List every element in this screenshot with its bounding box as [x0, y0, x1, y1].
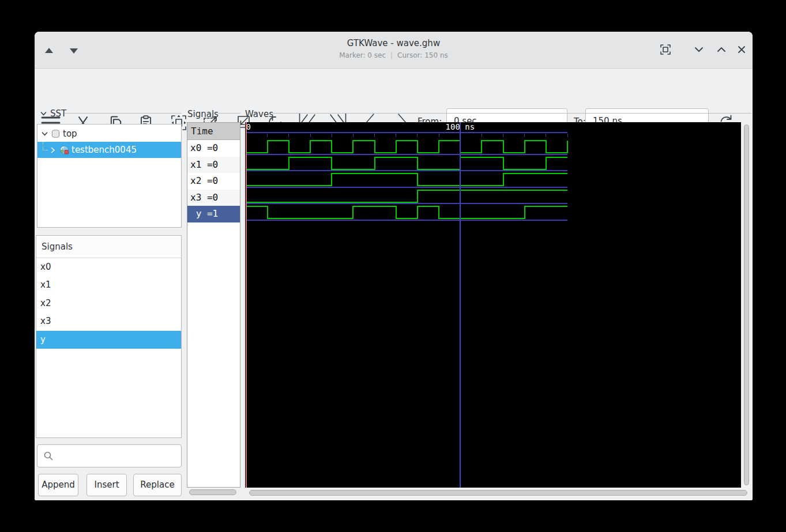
component-icon — [59, 145, 70, 155]
wave-signal-row[interactable]: y =1 — [187, 206, 240, 222]
tree-guide-line — [43, 142, 48, 150]
replace-button[interactable]: Replace — [133, 474, 182, 496]
waves-vscrollbar-thumb[interactable] — [744, 124, 749, 485]
signal-list-item[interactable]: x1 — [36, 276, 181, 294]
signal-list-item[interactable]: x0 — [36, 258, 181, 276]
close-icon[interactable] — [735, 43, 749, 56]
tree-item-label: top — [63, 129, 77, 139]
expander-down-icon[interactable] — [41, 130, 48, 138]
time-header[interactable]: Time — [187, 123, 240, 140]
signal-search[interactable] — [37, 444, 182, 467]
wave-canvas[interactable]: 0100 ns — [245, 122, 741, 488]
desktop: GTKWave - wave.ghw Marker: 0 sec|Cursor:… — [0, 0, 786, 532]
wave-signal-names: Time x0 =0 x1 =0 x2 =0 x3 =0 y =1 — [187, 122, 240, 488]
sst-tree: top testbench0045 — [37, 124, 182, 228]
window-status: Marker: 0 sec|Cursor: 150 ns — [35, 51, 753, 59]
tree-item-top[interactable]: top — [37, 126, 181, 142]
signal-list-header[interactable]: Signals — [36, 236, 181, 258]
window-title: GTKWave - wave.ghw — [35, 38, 753, 48]
signals-hscrollbar[interactable] — [189, 489, 236, 495]
status-separator: | — [390, 51, 393, 59]
tree-item-label: testbench0045 — [72, 145, 137, 155]
signal-list: Signals x0 x1 x2 x3 y — [36, 235, 182, 438]
cursor-status: Cursor: 150 ns — [397, 51, 448, 59]
gtkwave-window: GTKWave - wave.ghw Marker: 0 sec|Cursor:… — [35, 32, 753, 500]
append-button[interactable]: Append — [38, 474, 78, 496]
wave-signal-row[interactable]: x1 =0 — [187, 157, 240, 173]
signal-list-item[interactable]: x3 — [36, 312, 181, 330]
maximize-icon[interactable] — [659, 43, 672, 56]
marker-status: Marker: 0 sec — [339, 51, 386, 59]
restore-chevron-icon[interactable] — [714, 43, 728, 56]
signal-list-item[interactable]: x2 — [36, 295, 181, 312]
titlebar[interactable]: GTKWave - wave.ghw Marker: 0 sec|Cursor:… — [35, 32, 753, 69]
wave-signal-row[interactable]: x2 =0 — [187, 173, 240, 190]
waveform-plot: 0100 ns — [245, 122, 741, 488]
waves-frame-label: Waves — [245, 109, 273, 119]
waves-vscrollbar[interactable] — [743, 123, 750, 488]
search-input[interactable] — [54, 444, 181, 467]
signal-list-item[interactable]: y — [36, 331, 181, 349]
sst-frame-line — [65, 113, 182, 114]
signals-frame-label: Signals — [187, 109, 219, 119]
wave-signal-row[interactable]: x3 =0 — [187, 190, 240, 206]
waves-hscrollbar-thumb[interactable] — [249, 490, 747, 496]
search-icon — [43, 451, 54, 461]
tree-item-testbench[interactable]: testbench0045 — [37, 142, 181, 158]
waves-hscrollbar[interactable] — [248, 489, 750, 497]
toolbar: From: To: — [35, 69, 753, 107]
sst-frame-label[interactable]: SST — [36, 108, 66, 119]
insert-button[interactable]: Insert — [87, 474, 127, 496]
minimize-chevron-icon[interactable] — [692, 43, 706, 56]
waves-frame-line — [273, 113, 751, 114]
expander-right-icon[interactable] — [49, 146, 57, 154]
sst-expander-icon[interactable] — [40, 110, 47, 118]
wave-signal-row[interactable]: x0 =0 — [187, 140, 240, 157]
signals-frame-line — [218, 113, 240, 114]
database-icon — [51, 130, 60, 138]
